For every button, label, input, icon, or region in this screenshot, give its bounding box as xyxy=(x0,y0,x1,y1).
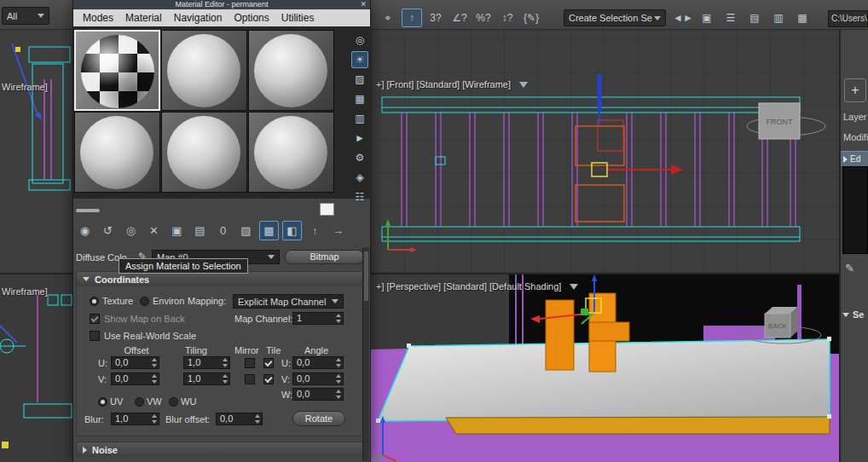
mapping-dropdown[interactable]: Explicit Map Channel xyxy=(233,294,344,309)
selection-filter-dropdown[interactable]: All xyxy=(2,7,49,25)
vw-radio[interactable] xyxy=(135,397,144,407)
close-icon[interactable]: ✕ xyxy=(360,0,367,9)
v-angle-spinner[interactable]: 0,0 xyxy=(292,372,344,385)
sample-type-icon[interactable]: ◎ xyxy=(351,32,368,49)
show-background-icon[interactable]: ▨ xyxy=(236,221,256,240)
v-offset-spinner[interactable]: 0,0 xyxy=(111,372,159,385)
material-id-channel-icon[interactable]: 0 xyxy=(213,221,233,240)
rotate-button[interactable]: Rotate xyxy=(292,411,345,426)
menu-options[interactable]: Options xyxy=(228,12,275,24)
make-preview-icon[interactable]: ► xyxy=(351,130,368,147)
project-path-field[interactable]: C:\Users\Mari... xyxy=(828,10,868,27)
edit-named-selection-sets-icon[interactable]: {✎} xyxy=(521,9,541,27)
select-by-material-icon[interactable]: ◈ xyxy=(351,169,368,186)
material-editor-scrollbar[interactable] xyxy=(362,247,369,461)
scrollbar-thumb[interactable] xyxy=(364,251,368,301)
texture-radio[interactable] xyxy=(90,297,99,306)
environ-radio[interactable] xyxy=(140,297,149,306)
pin-stack-icon[interactable]: ✎ xyxy=(845,262,854,274)
u-mirror-checkbox[interactable] xyxy=(245,358,255,368)
assign-material-to-selection-icon[interactable]: ◎ xyxy=(121,221,141,240)
sample-slot-2[interactable] xyxy=(161,30,247,111)
v-mirror-checkbox[interactable] xyxy=(245,374,255,384)
filter-icon[interactable] xyxy=(570,284,578,290)
toggle-ribbon-icon[interactable]: ▦ xyxy=(792,9,813,27)
sample-slot-6[interactable] xyxy=(248,112,334,193)
left-viewport-fragment-top[interactable] xyxy=(0,30,72,273)
sample-slot-5[interactable] xyxy=(161,112,247,193)
create-selection-set-dropdown[interactable]: Create Selection Se xyxy=(564,9,666,26)
spinner-arrows-icon[interactable] xyxy=(334,314,342,323)
front-viewport[interactable]: FRONT xyxy=(371,30,840,273)
modifier-stack-list[interactable] xyxy=(842,166,868,254)
layer-manager-icon[interactable]: ☰ xyxy=(720,9,741,27)
get-material-icon[interactable]: ◉ xyxy=(75,221,95,240)
menu-utilities[interactable]: Utilities xyxy=(275,12,321,24)
put-material-to-scene-icon[interactable]: ↺ xyxy=(98,221,118,240)
viewport-label-text[interactable]: +] [Front] [Standard] [Wireframe] xyxy=(376,79,511,90)
blur-offset-spinner[interactable]: 0,0 xyxy=(216,413,263,425)
add-button[interactable]: + xyxy=(844,78,866,102)
go-to-parent-icon[interactable]: ↑ xyxy=(305,221,325,240)
left-bottom-viewport-label[interactable]: Wireframe] xyxy=(2,286,48,297)
backlight-icon[interactable]: ☀ xyxy=(351,51,368,68)
align-icon[interactable]: ▣ xyxy=(697,9,717,27)
spinner-arrows-icon[interactable] xyxy=(334,358,342,367)
blur-spinner[interactable]: 1,0 xyxy=(111,413,159,425)
spinner-snap-icon[interactable]: ↕? xyxy=(497,9,518,27)
bitmap-type-button[interactable]: Bitmap xyxy=(285,250,364,264)
front-viewport-label[interactable]: +] [Front] [Standard] [Wireframe] xyxy=(376,79,528,90)
u-tile-checkbox[interactable] xyxy=(263,358,274,368)
w-angle-spinner[interactable]: 0,0 xyxy=(292,388,344,401)
video-color-check-icon[interactable]: ▥ xyxy=(351,110,368,127)
modifier-stack-item[interactable]: Ed xyxy=(841,151,868,166)
v-tile-checkbox[interactable] xyxy=(263,374,274,384)
spinner-arrows-icon[interactable] xyxy=(334,374,342,384)
sample-slot-4[interactable] xyxy=(74,112,160,193)
filter-icon[interactable] xyxy=(519,82,528,88)
modifier-list-label[interactable]: Modifie xyxy=(843,132,868,142)
v-tiling-spinner[interactable]: 1,0 xyxy=(183,372,230,385)
perspective-viewport[interactable]: BACK xyxy=(371,274,840,462)
go-forward-to-sibling-icon[interactable]: → xyxy=(328,221,348,240)
menu-navigation[interactable]: Navigation xyxy=(168,12,229,24)
background-icon[interactable]: ▨ xyxy=(351,71,368,88)
spinner-arrows-icon[interactable] xyxy=(334,390,342,399)
selection-rollout-header[interactable]: Se xyxy=(842,309,864,320)
material-map-navigator-icon[interactable]: ☷ xyxy=(351,188,368,205)
material-editor-options-icon[interactable]: ⚙ xyxy=(351,149,368,166)
material-editor-titlebar[interactable]: Material Editor - permanent ✕ xyxy=(73,0,370,9)
toggle-layer-explorer-icon[interactable]: ▤ xyxy=(744,9,765,27)
u-offset-spinner[interactable]: 0,0 xyxy=(111,356,159,369)
menu-modes[interactable]: Modes xyxy=(77,12,119,24)
spinner-arrows-icon[interactable] xyxy=(150,358,158,367)
snaps-toggle-icon[interactable]: 3? xyxy=(425,9,446,27)
u-angle-spinner[interactable]: 0,0 xyxy=(292,356,344,369)
show-end-result-icon[interactable]: ◧ xyxy=(282,221,302,240)
sample-slot-3[interactable] xyxy=(248,30,334,111)
show-shaded-material-in-viewport-icon[interactable]: ▩ xyxy=(259,221,279,240)
uv-radio[interactable] xyxy=(98,397,107,407)
spinner-arrows-icon[interactable] xyxy=(221,358,229,367)
angle-snap-icon[interactable]: ∠? xyxy=(449,9,470,27)
mirror-icon[interactable]: ◄► xyxy=(673,9,693,27)
select-and-place-icon[interactable]: ↑ xyxy=(402,9,422,27)
toggle-scene-explorer-icon[interactable]: ▥ xyxy=(768,9,789,27)
spinner-arrows-icon[interactable] xyxy=(221,374,229,384)
percent-snap-icon[interactable]: %? xyxy=(473,9,494,27)
coordinates-rollout-header[interactable]: Coordinates xyxy=(77,272,366,286)
sample-slot-1-active[interactable] xyxy=(74,30,160,111)
spinner-arrows-icon[interactable] xyxy=(150,374,158,384)
left-viewport-fragment-bottom[interactable] xyxy=(0,274,72,462)
left-top-viewport-label[interactable]: Wireframe] xyxy=(2,82,48,92)
sample-uv-tiling-icon[interactable]: ▦ xyxy=(351,90,368,107)
sample-scroll-handle[interactable] xyxy=(76,209,100,212)
select-and-manipulate-icon[interactable]: ⌖ xyxy=(378,9,398,27)
sample-scroll-thumb[interactable] xyxy=(320,203,334,216)
put-to-library-icon[interactable]: ▤ xyxy=(190,221,210,240)
viewcube[interactable]: FRONT xyxy=(747,103,825,139)
make-material-copy-icon[interactable]: ▣ xyxy=(167,221,187,240)
spinner-arrows-icon[interactable] xyxy=(150,414,158,424)
show-map-on-back-checkbox[interactable] xyxy=(90,314,100,324)
viewport-label-text[interactable]: +] [Perspective] [Standard] [Default Sha… xyxy=(376,281,561,292)
